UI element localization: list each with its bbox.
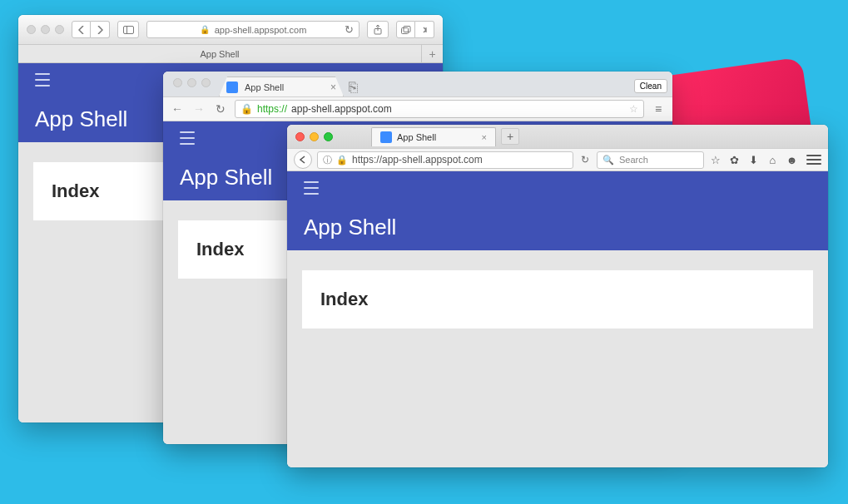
tab-app-shell[interactable]: App Shell ×	[219, 77, 344, 96]
minimize-dot-icon[interactable]	[41, 25, 50, 34]
url-text: app-shell.appspot.com	[215, 25, 307, 35]
tab-app-shell[interactable]: App Shell	[18, 45, 421, 63]
tab-title: App Shell	[245, 82, 284, 92]
home-icon[interactable]: ⌂	[766, 154, 779, 166]
menu-icon[interactable]	[35, 73, 53, 86]
address-bar[interactable]: ⓘ 🔒 https://app-shell.appspot.com	[317, 151, 573, 169]
menu-icon[interactable]: ≡	[651, 102, 666, 116]
search-placeholder: Search	[619, 155, 648, 165]
minimize-dot-icon[interactable]	[310, 132, 319, 141]
library-icon[interactable]: ✿	[728, 154, 741, 166]
card-heading: Index	[196, 239, 244, 259]
clean-button[interactable]: Clean	[634, 79, 667, 93]
close-tab-icon[interactable]: ×	[482, 132, 487, 142]
tab-bar: App Shell +	[18, 45, 443, 63]
close-dot-icon[interactable]	[295, 132, 305, 141]
zoom-dot-icon[interactable]	[324, 132, 333, 141]
nav-back-forward	[72, 21, 110, 38]
reload-icon[interactable]: ↻	[578, 154, 592, 166]
close-tab-icon[interactable]: ×	[330, 82, 336, 93]
url-host: app-shell.appspot.com	[291, 103, 392, 115]
address-bar[interactable]: 🔒 https://app-shell.appspot.com ☆	[235, 100, 644, 118]
bookmark-star-icon[interactable]: ☆	[709, 154, 722, 166]
traffic-lights[interactable]	[27, 25, 64, 34]
close-dot-icon[interactable]	[27, 25, 36, 34]
menu-icon[interactable]	[806, 155, 821, 165]
lock-icon: 🔒	[241, 103, 253, 115]
tab-strip: App Shell × ⎘ Clean	[163, 72, 672, 96]
tab-strip: App Shell × +	[287, 125, 828, 148]
content-card: Index	[302, 270, 813, 329]
sidebar-button[interactable]	[117, 21, 139, 38]
search-bar[interactable]: 🔍 Search	[597, 151, 704, 169]
minimize-dot-icon[interactable]	[187, 78, 196, 87]
bookmark-star-icon[interactable]: ☆	[629, 103, 638, 115]
traffic-lights[interactable]	[295, 132, 333, 141]
favicon-icon	[380, 131, 392, 143]
chrome-toolbar: ← → ↻ 🔒 https://app-shell.appspot.com ☆ …	[163, 96, 672, 121]
safari-toolbar: 🔒 app-shell.appspot.com ↻	[18, 15, 443, 45]
forward-button: →	[191, 102, 206, 116]
menu-icon[interactable]	[180, 131, 198, 145]
tab-app-shell[interactable]: App Shell ×	[371, 127, 496, 146]
tab-title: App Shell	[397, 132, 436, 142]
zoom-dot-icon[interactable]	[55, 25, 64, 34]
app-title: App Shell	[304, 215, 811, 240]
card-heading: Index	[52, 180, 99, 201]
address-bar[interactable]: 🔒 app-shell.appspot.com ↻	[146, 21, 360, 38]
svg-rect-3	[401, 27, 408, 33]
svg-rect-4	[404, 26, 410, 32]
favicon-icon	[226, 82, 238, 93]
share-button[interactable]	[367, 21, 389, 38]
new-tab-button[interactable]: +	[501, 128, 519, 145]
firefox-window: App Shell × + ⓘ 🔒 https://app-shell.apps…	[287, 125, 828, 467]
url-scheme: https://	[257, 103, 287, 115]
lock-icon: 🔒	[336, 155, 348, 166]
lock-icon: 🔒	[200, 25, 210, 34]
reload-icon[interactable]: ↻	[345, 23, 354, 36]
tabs-overview-group	[396, 21, 434, 38]
downloads-icon[interactable]: ⬇	[747, 154, 760, 166]
new-tab-button[interactable]: ⎘	[349, 78, 358, 96]
menu-icon[interactable]	[304, 181, 322, 195]
reload-icon[interactable]: ↻	[213, 102, 228, 116]
chat-icon[interactable]: ☻	[786, 154, 798, 166]
more-button[interactable]	[415, 21, 434, 38]
tabs-button[interactable]	[396, 21, 415, 38]
zoom-dot-icon[interactable]	[201, 78, 211, 87]
close-dot-icon[interactable]	[173, 78, 182, 87]
traffic-lights[interactable]	[171, 72, 214, 87]
firefox-toolbar: ⓘ 🔒 https://app-shell.appspot.com ↻ 🔍 Se…	[287, 148, 828, 171]
back-button[interactable]	[72, 21, 91, 38]
page-content: App Shell Index	[287, 171, 828, 467]
toolbar-icons: ☆ ✿ ⬇ ⌂ ☻	[709, 154, 798, 166]
url-text: https://app-shell.appspot.com	[352, 154, 483, 166]
site-info-icon[interactable]: ⓘ	[323, 154, 332, 166]
card-heading: Index	[320, 289, 368, 309]
search-engine-icon: 🔍	[603, 155, 614, 166]
back-button[interactable]: ←	[170, 102, 185, 116]
forward-button[interactable]	[91, 21, 110, 38]
svg-rect-0	[123, 26, 133, 33]
new-tab-button[interactable]: +	[421, 45, 443, 63]
back-button[interactable]	[294, 151, 312, 169]
appbar: App Shell	[287, 171, 828, 250]
